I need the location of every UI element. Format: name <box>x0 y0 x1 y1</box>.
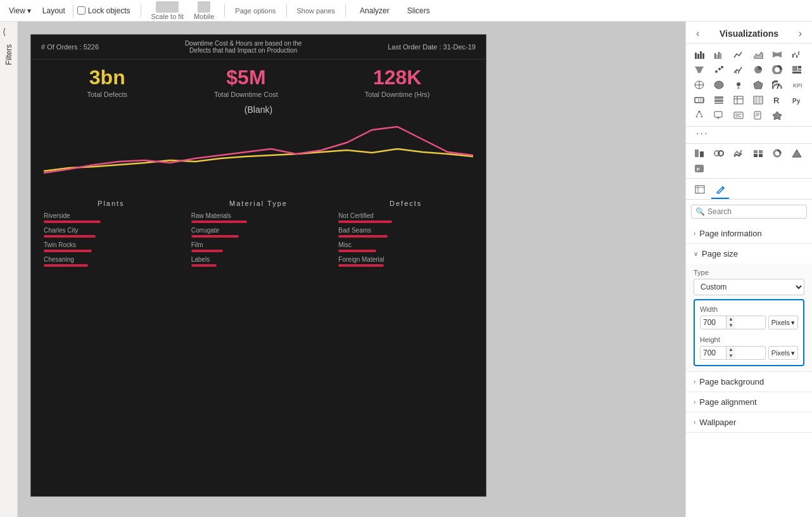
page-information-header[interactable]: › Page information <box>686 224 812 243</box>
viz-qa-icon[interactable] <box>711 108 727 122</box>
svg-rect-5 <box>716 54 718 59</box>
viz-custom-6[interactable] <box>789 146 805 160</box>
viz-decomp-icon[interactable] <box>691 108 707 122</box>
page-options-group: Page options <box>235 7 276 15</box>
viz-custom-4[interactable] <box>750 146 766 160</box>
viz-map-icon[interactable] <box>691 78 707 92</box>
more-dots[interactable]: ··· <box>691 127 713 141</box>
page-background-header[interactable]: › Page background <box>686 372 812 392</box>
kpi1-value: 3bn <box>87 66 127 89</box>
height-unit-select[interactable]: Pixels ▾ <box>768 346 798 360</box>
format-tab[interactable] <box>711 182 729 199</box>
viz-matrix-icon[interactable] <box>750 93 766 107</box>
viz-pie-icon[interactable] <box>750 63 766 77</box>
height-value-input[interactable] <box>701 347 726 359</box>
page-alignment-header[interactable]: › Page alignment <box>686 392 812 412</box>
svg-marker-55 <box>717 117 720 119</box>
chart-area: (Blank) <box>31 105 486 187</box>
lock-objects-label[interactable]: Lock objects <box>77 6 130 15</box>
viz-custom-7[interactable]: F <box>691 162 707 176</box>
plants-section: Plants Riverside Charles City Twin Rocks <box>37 200 185 271</box>
search-input[interactable] <box>707 207 802 216</box>
filters-toggle-icon[interactable]: ⟨ <box>3 27 15 39</box>
analyzer-button[interactable]: Analyzer <box>356 5 393 16</box>
viz-custom-3[interactable] <box>730 146 747 160</box>
height-down-button[interactable]: ▼ <box>726 353 735 359</box>
svg-marker-30 <box>754 81 763 89</box>
width-number-input: ▲ ▼ <box>700 316 766 329</box>
svg-rect-21 <box>798 66 801 68</box>
view-button[interactable]: View ▾ <box>5 5 35 16</box>
viz-smart-narrative-icon[interactable] <box>730 108 747 122</box>
slicers-button[interactable]: Slicers <box>403 5 434 16</box>
svg-rect-9 <box>794 53 796 55</box>
viz-custom-grid: F <box>686 144 812 179</box>
filters-label[interactable]: Filters <box>4 44 13 65</box>
svg-marker-12 <box>695 67 704 73</box>
viz-line-icon[interactable] <box>730 48 747 61</box>
viz-clustered-bar-icon[interactable] <box>711 48 727 61</box>
viz-custom-1[interactable] <box>691 146 707 160</box>
wallpaper-header[interactable]: › Wallpaper <box>686 412 812 432</box>
svg-text:123: 123 <box>697 98 704 102</box>
page-background-label: Page background <box>699 377 764 386</box>
svg-text:KPI: KPI <box>793 82 802 89</box>
page-size-section: ∨ Page size Type Custom 16:9 4:3 Letter … <box>686 244 812 372</box>
width-up-button[interactable]: ▲ <box>726 316 735 322</box>
mobile-group: Mobile <box>194 1 214 20</box>
viz-funnel-icon[interactable] <box>691 63 707 77</box>
page-options-label: Page options <box>235 7 276 15</box>
viz-kpi-icon[interactable]: KPI <box>789 78 805 92</box>
viz-donut-icon[interactable] <box>769 63 785 77</box>
material-bar-3 <box>191 264 217 267</box>
material-title: Material Type <box>191 200 326 207</box>
line-chart <box>44 117 473 187</box>
viz-custom-visual-icon[interactable] <box>769 108 785 122</box>
viz-table-icon[interactable] <box>730 93 747 107</box>
viz-area-icon[interactable] <box>750 48 766 61</box>
viz-card-icon[interactable]: 123 <box>691 93 707 107</box>
separator-3 <box>224 4 225 17</box>
viz-scatter-icon[interactable] <box>711 63 727 77</box>
page-size-label: Page size <box>702 249 738 258</box>
viz-stacked-bar-icon[interactable] <box>691 48 707 61</box>
width-unit-select[interactable]: Pixels ▾ <box>768 316 798 329</box>
viz-custom-2[interactable] <box>711 146 727 160</box>
layout-button[interactable]: Layout <box>39 5 69 16</box>
height-up-button[interactable]: ▲ <box>726 347 735 353</box>
lock-objects-text: Lock objects <box>88 6 130 15</box>
plant-bar-3 <box>44 264 88 267</box>
width-unit-chevron: ▾ <box>791 319 795 327</box>
viz-shape-map-icon[interactable] <box>750 78 766 92</box>
viz-multirow-icon[interactable] <box>711 93 727 107</box>
toolbar: View ▾ Layout Lock objects Scale to fit … <box>0 0 812 22</box>
lock-objects-checkbox[interactable] <box>77 6 86 15</box>
separator-2 <box>141 4 141 17</box>
fields-tab[interactable] <box>691 182 709 199</box>
svg-point-14 <box>718 68 721 70</box>
viz-paginated-icon[interactable] <box>750 108 766 122</box>
width-value-input[interactable] <box>701 316 726 329</box>
wallpaper-section: › Wallpaper <box>686 412 812 433</box>
viz-waterfall-icon[interactable] <box>789 48 805 61</box>
viz-gauge-icon[interactable] <box>769 78 785 92</box>
viz-python-icon[interactable]: Py <box>789 93 805 107</box>
material-bar-1 <box>191 235 239 238</box>
page-size-header[interactable]: ∨ Page size <box>686 244 812 264</box>
viz-back-button[interactable]: ‹ <box>694 28 702 39</box>
viz-r-icon[interactable]: R <box>769 93 785 107</box>
viz-treemap-icon[interactable] <box>789 63 805 77</box>
viz-filled-map-icon[interactable] <box>711 78 727 92</box>
viz-line-cluster-icon[interactable] <box>730 63 747 77</box>
viz-custom-5[interactable] <box>769 146 785 160</box>
width-label: Width <box>700 305 798 313</box>
layout-label: Layout <box>42 6 65 15</box>
svg-rect-70 <box>759 150 763 153</box>
header-middle: Downtime Cost & Hours are based on the D… <box>185 40 302 54</box>
viz-azure-map-icon[interactable] <box>730 78 747 92</box>
type-select[interactable]: Custom 16:9 4:3 Letter A4 <box>694 279 804 295</box>
report-header: # Of Orders : 5226 Downtime Cost & Hours… <box>31 35 486 60</box>
width-down-button[interactable]: ▼ <box>726 322 735 329</box>
viz-forward-button[interactable]: › <box>796 28 804 39</box>
viz-ribbon-icon[interactable] <box>769 48 785 61</box>
